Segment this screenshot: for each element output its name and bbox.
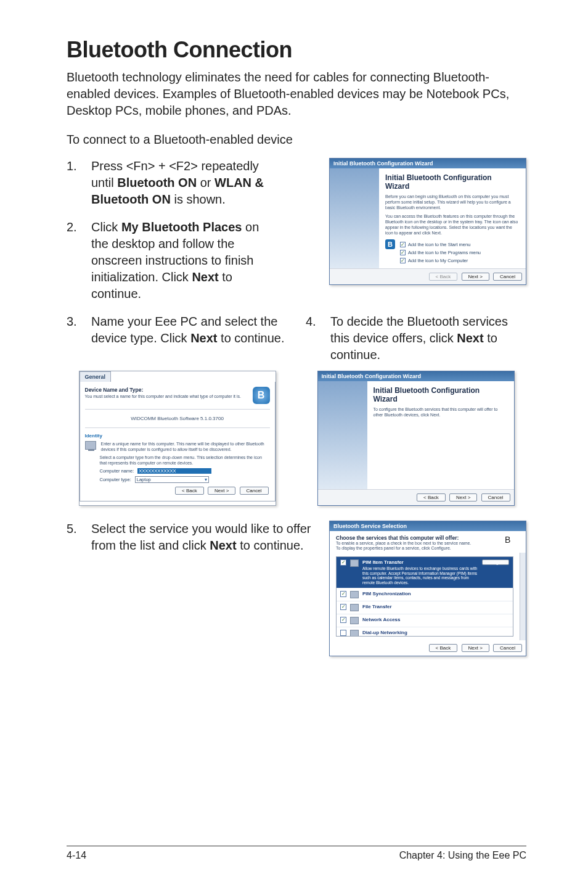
- service-sub1: To enable a service, place a check in th…: [336, 541, 500, 546]
- page-title: Bluetooth Connection: [67, 37, 526, 63]
- next-button[interactable]: Next >: [462, 273, 489, 281]
- wizard-side-image: [318, 381, 367, 489]
- device-name-type-heading: Device Name and Type:: [85, 387, 241, 393]
- computer-name-field: Computer name: XXXXXXXXXXXX: [100, 468, 270, 474]
- step-3: 3. Name your Eee PC and select the devic…: [67, 313, 287, 363]
- service-item-dial-up[interactable]: Dial-up Networking: [337, 627, 513, 637]
- checkbox[interactable]: ✓: [340, 604, 346, 610]
- service-icon: [350, 604, 359, 611]
- bluetooth-icon: B: [505, 535, 520, 550]
- step-1: 1. Press <Fn> + <F2> repeatedly until Bl…: [67, 158, 270, 208]
- wizard-text: To configure the Bluetooth services that…: [374, 407, 508, 418]
- dialog-title: Bluetooth Service Selection: [330, 521, 526, 531]
- wizard-side-image: [330, 168, 379, 268]
- step-2-num: 2.: [67, 219, 91, 302]
- back-button[interactable]: < Back: [417, 493, 446, 501]
- step-2-text: Click My Bluetooth Places on the desktop…: [91, 219, 270, 302]
- cancel-button[interactable]: Cancel: [493, 273, 522, 281]
- checkbox[interactable]: ✓: [340, 591, 346, 597]
- wizard-text-1: Before you can begin using Bluetooth on …: [385, 194, 520, 210]
- step-4: 4. To decide the Bluetooth services this…: [306, 313, 526, 363]
- chapter-label: Chapter 4: Using the Eee PC: [399, 850, 526, 861]
- cancel-button[interactable]: Cancel: [493, 644, 522, 652]
- wizard-initial-config-2: Initial Bluetooth Configuration Wizard I…: [317, 371, 515, 506]
- back-button: < Back: [429, 273, 458, 281]
- identity-desc-2: Select a computer type from the drop-dow…: [100, 455, 270, 466]
- cancel-button[interactable]: Cancel: [481, 493, 510, 501]
- configure-button[interactable]: Configure: [482, 559, 509, 565]
- back-button[interactable]: < Back: [175, 487, 204, 495]
- checkbox-programs-menu[interactable]: ✓Add the icon to the Programs menu: [400, 250, 520, 255]
- checkbox-my-computer[interactable]: ✓Add the icon to My Computer: [400, 258, 520, 263]
- identity-desc-1: Enter a unique name for this computer. T…: [101, 441, 270, 452]
- bluetooth-icon: B: [385, 239, 395, 249]
- wizard-device-name-type: General Device Name and Type: You must s…: [79, 371, 276, 506]
- service-list[interactable]: ✓ PIM Item Transfer Allow remote Bluetoo…: [336, 556, 513, 637]
- step-1-num: 1.: [67, 158, 91, 208]
- dialog-title: Initial Bluetooth Configuration Wizard: [330, 159, 526, 168]
- service-icon: [350, 559, 359, 567]
- service-icon: [350, 591, 359, 598]
- wizard-service-selection: Bluetooth Service Selection Choose the s…: [329, 521, 526, 656]
- scrollbar[interactable]: [520, 553, 526, 640]
- device-name-type-sub: You must select a name for this computer…: [85, 394, 241, 398]
- cancel-button[interactable]: Cancel: [240, 487, 269, 495]
- subheading: To connect to a Bluetooth-enabled device: [67, 133, 526, 147]
- back-button[interactable]: < Back: [429, 644, 458, 652]
- checkbox[interactable]: ✓: [340, 617, 346, 623]
- service-icon: [350, 630, 359, 637]
- chevron-down-icon: ▾: [205, 477, 207, 482]
- service-item-network-access[interactable]: ✓Network Access: [337, 614, 513, 627]
- computer-name-input[interactable]: XXXXXXXXXXXX: [137, 468, 211, 474]
- computer-type-select[interactable]: Laptop▾: [135, 476, 209, 483]
- service-sub2: To display the properties panel for a se…: [336, 546, 500, 551]
- step-5: 5. Select the service you would like to …: [67, 521, 312, 554]
- service-icon: [350, 617, 359, 624]
- wizard-heading: Initial Bluetooth ConfigurationWizard: [374, 386, 508, 403]
- wizard-text-2: You can access the Bluetooth features on…: [385, 214, 520, 236]
- service-item-pim-sync[interactable]: ✓PIM Synchronization: [337, 588, 513, 601]
- service-item-file-transfer[interactable]: ✓File Transfer: [337, 601, 513, 614]
- checkbox[interactable]: [340, 630, 346, 636]
- identity-label: Identity: [85, 433, 270, 439]
- wizard-initial-config-1: Initial Bluetooth Configuration Wizard I…: [329, 158, 526, 285]
- software-version: WIDCOMM Bluetooth Software 5.1.0.3700: [85, 409, 270, 428]
- computer-type-field: Computer type: Laptop▾: [100, 476, 270, 483]
- service-heading: Choose the services that this computer w…: [336, 535, 500, 541]
- step-2: 2. Click My Bluetooth Places on the desk…: [67, 219, 270, 302]
- next-button[interactable]: Next >: [462, 644, 489, 652]
- bluetooth-icon: B: [253, 387, 270, 404]
- page-number: 4-14: [67, 850, 86, 861]
- checkbox[interactable]: ✓: [340, 559, 346, 566]
- step-1-text: Press <Fn> + <F2> repeatedly until Bluet…: [91, 158, 270, 208]
- intro-text: Bluetooth technology eliminates the need…: [67, 69, 526, 119]
- service-item-pim-item-transfer[interactable]: ✓ PIM Item Transfer Allow remote Bluetoo…: [337, 557, 513, 588]
- next-button[interactable]: Next >: [449, 493, 477, 501]
- checkbox-start-menu[interactable]: ✓Add the icon to the Start menu: [400, 242, 520, 247]
- wizard-heading: Initial Bluetooth ConfigurationWizard: [385, 173, 520, 191]
- tab-general[interactable]: General: [80, 371, 112, 382]
- dialog-title: Initial Bluetooth Configuration Wizard: [318, 371, 514, 381]
- next-button[interactable]: Next >: [208, 487, 235, 495]
- computer-icon: [85, 441, 96, 450]
